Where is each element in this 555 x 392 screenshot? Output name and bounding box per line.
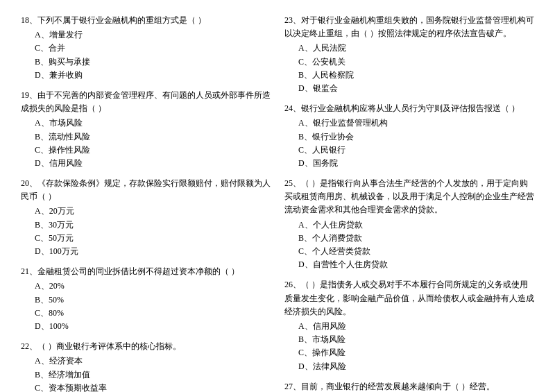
question-18-option-b: B、购买与承接 bbox=[35, 56, 271, 69]
question-22-title: 22、（ ）商业银行考评体系中的核心指标。 bbox=[21, 340, 271, 353]
question-19-title: 19、由于不完善的内部资金管理程序、有问题的人员或外部事件所造成损失的风险是指（… bbox=[21, 89, 271, 115]
question-24-title: 24、银行业金融机构应将从业人员行为守则及评估报告报送（ ） bbox=[284, 102, 534, 115]
question-20-option-b: B、30万元 bbox=[35, 219, 271, 232]
question-22-option-b: B、经济增加值 bbox=[35, 368, 271, 382]
question-20-option-a: A、20万元 bbox=[35, 205, 271, 218]
question-21-option-d: D、100% bbox=[35, 320, 271, 333]
question-25-option-c: C、个人经营类贷款 bbox=[298, 245, 534, 258]
question-24-option-b: B、银行业协会 bbox=[298, 130, 534, 144]
question-18: 18、下列不属于银行业金融机构的重组方式是（ ） A、增量发行 C、合并 B、购… bbox=[21, 14, 271, 82]
question-20-option-c: C、50万元 bbox=[35, 232, 271, 245]
question-18-title: 18、下列不属于银行业金融机构的重组方式是（ ） bbox=[21, 14, 271, 27]
question-19-option-a: A、市场风险 bbox=[35, 117, 271, 130]
question-25-title: 25、（ ）是指银行向从事合法生产经营的个人发放的，用于定向购买或租赁商用房、机… bbox=[284, 177, 534, 217]
question-26-option-b: B、市场风险 bbox=[298, 333, 534, 346]
question-20: 20、《存款保险条例》规定，存款保险实行限额赔付，赔付限额为人民币（ ） A、2… bbox=[21, 177, 271, 258]
question-18-option-c: C、合并 bbox=[35, 42, 271, 55]
question-19-option-c: C、操作性风险 bbox=[35, 144, 271, 157]
question-23-option-c: C、公安机关 bbox=[298, 56, 534, 69]
question-18-option-d: D、兼并收购 bbox=[35, 69, 271, 82]
question-21-title: 21、金融租赁公司的同业拆借比例不得超过资本净额的（ ） bbox=[21, 265, 271, 278]
question-26-option-c: C、操作风险 bbox=[298, 346, 534, 359]
question-19-option-b: B、流动性风险 bbox=[35, 130, 271, 144]
question-20-option-d: D、100万元 bbox=[35, 245, 271, 258]
question-22: 22、（ ）商业银行考评体系中的核心指标。 A、经济资本 B、经济增加值 C、资… bbox=[21, 340, 271, 392]
question-20-title: 20、《存款保险条例》规定，存款保险实行限额赔付，赔付限额为人民币（ ） bbox=[21, 177, 271, 203]
right-column: 23、对于银行业金融机构重组失败的，国务院银行业监督管理机构可以决定终止重组，由… bbox=[284, 14, 534, 392]
question-25-option-a: A、个人住房贷款 bbox=[298, 219, 534, 232]
question-21-option-c: C、80% bbox=[35, 307, 271, 320]
question-26: 26、（ ）是指债务人或交易对手不本履行合同所规定的义务或使用质量发生变化，影响… bbox=[284, 278, 534, 373]
question-25: 25、（ ）是指银行向从事合法生产经营的个人发放的，用于定向购买或租赁商用房、机… bbox=[284, 177, 534, 271]
question-25-option-b: B、个人消费贷款 bbox=[298, 232, 534, 245]
question-26-option-d: D、法律风险 bbox=[298, 360, 534, 373]
question-21-option-b: B、50% bbox=[35, 293, 271, 307]
page-content: 18、下列不属于银行业金融机构的重组方式是（ ） A、增量发行 C、合并 B、购… bbox=[21, 14, 534, 392]
question-27-title: 27、目前，商业银行的经营发展越来越倾向于（ ）经营。 bbox=[284, 380, 534, 392]
question-22-option-a: A、经济资本 bbox=[35, 355, 271, 368]
question-24-option-a: A、银行业监督管理机构 bbox=[298, 117, 534, 130]
question-23-option-a: A、人民法院 bbox=[298, 42, 534, 55]
question-23: 23、对于银行业金融机构重组失败的，国务院银行业监督管理机构可以决定终止重组，由… bbox=[284, 14, 534, 95]
question-22-option-c: C、资本预期收益率 bbox=[35, 382, 271, 392]
question-26-title: 26、（ ）是指债务人或交易对手不本履行合同所规定的义务或使用质量发生变化，影响… bbox=[284, 278, 534, 318]
question-24-option-d: D、国务院 bbox=[298, 157, 534, 170]
question-27: 27、目前，商业银行的经营发展越来越倾向于（ ）经营。 A、专业化 B、多元化 bbox=[284, 380, 534, 392]
question-23-option-d: D、银监会 bbox=[298, 82, 534, 95]
question-23-option-b: B、人民检察院 bbox=[298, 69, 534, 82]
question-21: 21、金融租赁公司的同业拆借比例不得超过资本净额的（ ） A、20% B、50%… bbox=[21, 265, 271, 333]
question-25-option-d: D、自营性个人住房贷款 bbox=[298, 258, 534, 271]
question-23-title: 23、对于银行业金融机构重组失败的，国务院银行业监督管理机构可以决定终止重组，由… bbox=[284, 14, 534, 40]
question-19-option-d: D、信用风险 bbox=[35, 157, 271, 170]
question-24-option-c: C、人民银行 bbox=[298, 144, 534, 157]
question-18-option-a: A、增量发行 bbox=[35, 28, 271, 42]
question-21-option-a: A、20% bbox=[35, 280, 271, 293]
question-24: 24、银行业金融机构应将从业人员行为守则及评估报告报送（ ） A、银行业监督管理… bbox=[284, 102, 534, 170]
left-column: 18、下列不属于银行业金融机构的重组方式是（ ） A、增量发行 C、合并 B、购… bbox=[21, 14, 271, 392]
question-26-option-a: A、信用风险 bbox=[298, 320, 534, 333]
question-19: 19、由于不完善的内部资金管理程序、有问题的人员或外部事件所造成损失的风险是指（… bbox=[21, 89, 271, 170]
